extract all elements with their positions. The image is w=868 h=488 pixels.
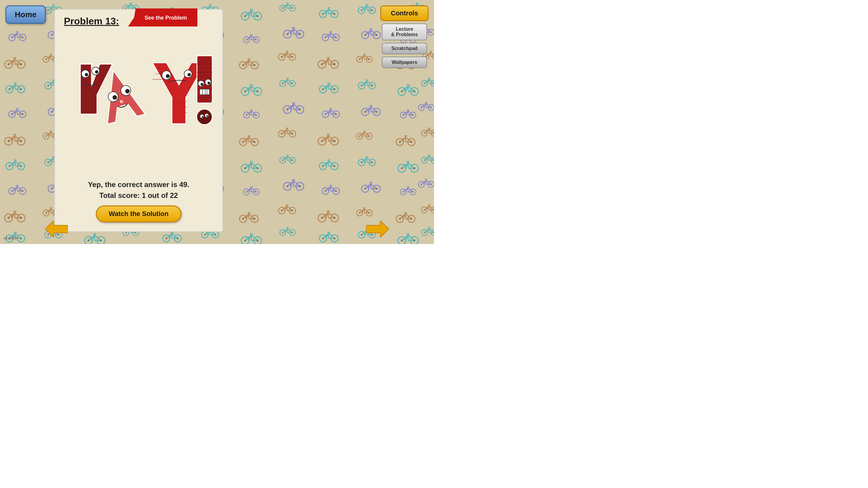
scratchpad-button[interactable]: Scratchpad <box>382 43 427 54</box>
home-label: Home <box>15 10 36 19</box>
controls-label: Controls <box>391 9 418 17</box>
correct-answer: Yep, the correct answer is 49. <box>88 179 189 190</box>
version-text: v4.0.837 <box>4 236 18 240</box>
score-text: Total score: 1 out of 22 <box>88 190 189 201</box>
lecture-problems-button[interactable]: Lecture& Problems <box>382 24 427 40</box>
svg-marker-57 <box>45 221 68 237</box>
see-problem-banner[interactable]: See the Problem <box>128 8 197 30</box>
svg-point-54 <box>207 116 208 117</box>
svg-point-45 <box>208 82 210 84</box>
prev-arrow-button[interactable] <box>45 221 68 238</box>
next-arrow-button[interactable] <box>366 221 389 238</box>
lecture-problems-label: Lecture& Problems <box>391 27 418 37</box>
svg-point-52 <box>202 116 204 118</box>
problem-title: Problem 13: <box>64 16 119 27</box>
svg-marker-58 <box>366 221 389 237</box>
svg-rect-46 <box>200 89 210 95</box>
yay-illustration <box>61 31 216 175</box>
watch-solution-label: Watch the Solution <box>109 210 168 218</box>
svg-text:See the Problem: See the Problem <box>144 15 187 21</box>
wallpapers-button[interactable]: Wallpapers <box>382 57 427 68</box>
watch-solution-button[interactable]: Watch the Solution <box>96 205 181 222</box>
wallpapers-label: Wallpapers <box>392 60 417 65</box>
home-button[interactable]: Home <box>5 5 46 24</box>
svg-point-31 <box>166 74 170 78</box>
svg-point-16 <box>95 70 98 73</box>
controls-button[interactable]: Controls <box>380 5 429 21</box>
navigation-arrows <box>0 221 434 238</box>
answer-text: Yep, the correct answer is 49. Total sco… <box>88 179 189 201</box>
main-panel: Problem 13: <box>54 9 223 232</box>
controls-panel: Controls Lecture& Problems Scratchpad Wa… <box>380 5 429 68</box>
svg-rect-34 <box>197 56 212 103</box>
svg-point-50 <box>197 109 213 125</box>
svg-point-43 <box>200 83 203 86</box>
svg-point-14 <box>85 73 88 76</box>
yay-svg <box>61 53 216 153</box>
scratchpad-label: Scratchpad <box>391 46 417 51</box>
svg-point-33 <box>187 73 191 76</box>
